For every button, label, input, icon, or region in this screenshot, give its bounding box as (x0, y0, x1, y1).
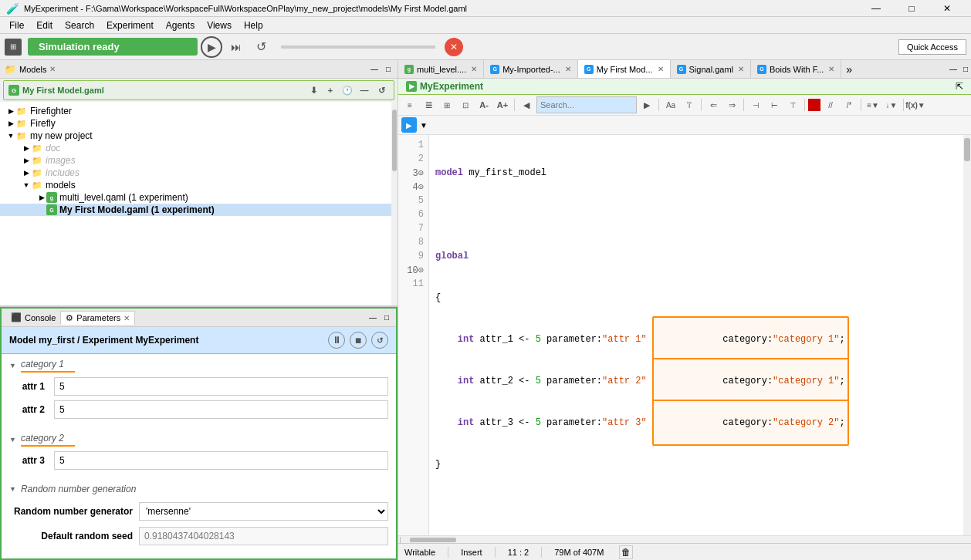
seed-input[interactable] (139, 527, 388, 545)
arrow-left-btn[interactable]: ⇐ (705, 96, 722, 113)
attr2-input[interactable] (54, 400, 388, 419)
tree-item-firefly[interactable]: ▶ 📁 Firefly (0, 117, 398, 130)
params-tab-close[interactable]: ✕ (123, 314, 130, 322)
menu-experiment[interactable]: Experiment (100, 19, 160, 32)
menu-file[interactable]: File (3, 19, 30, 32)
tree-item-my-new-project[interactable]: ▼ 📁 my new project (0, 130, 398, 142)
category2-header[interactable]: ▼ category 2 (9, 433, 388, 447)
tree-arrow[interactable]: ▼ (22, 181, 31, 189)
rng-select[interactable]: 'mersenne' (139, 502, 388, 521)
quick-access-button[interactable]: Quick Access (898, 39, 966, 55)
line-num-4[interactable]: 4⊙ (398, 180, 428, 194)
arrow-right-btn[interactable]: ⇒ (723, 96, 740, 113)
tree-arrow[interactable]: ▶ (6, 107, 15, 115)
clock-icon[interactable]: 🕐 (340, 83, 355, 98)
tree-arrow[interactable]: ▼ (6, 132, 15, 140)
list-btn-4[interactable]: ⊡ (457, 96, 474, 113)
forward-btn[interactable]: ▶ (638, 96, 655, 113)
maximize-panel-icon[interactable]: □ (384, 64, 393, 74)
back-btn[interactable]: ◀ (518, 96, 535, 113)
tree-arrow[interactable]: ▶ (37, 194, 46, 201)
tree-item-images[interactable]: ▶ 📁 images (0, 154, 398, 167)
random-header[interactable]: ▼ Random number generation (9, 484, 388, 494)
models-tab[interactable]: 📁 Models ✕ (5, 64, 56, 75)
tree-item-doc[interactable]: ▶ 📁 doc (0, 142, 398, 154)
tree-item-models[interactable]: ▼ 📁 models (0, 179, 398, 191)
exp-expand-icon[interactable]: ⇱ (956, 81, 963, 92)
add-icon[interactable]: + (323, 83, 338, 98)
indent-btn-3[interactable]: ⊤ (784, 96, 801, 113)
list-btn-1[interactable]: ≡ (401, 96, 418, 113)
indent-btn-1[interactable]: ⊣ (747, 96, 764, 113)
menu-agents[interactable]: Agents (160, 19, 201, 32)
format-list-btn[interactable]: ≡▼ (864, 96, 881, 113)
reload-button[interactable]: ↺ (250, 36, 272, 58)
play-button[interactable]: ▶ (201, 36, 222, 58)
editor-max-icon[interactable]: □ (960, 65, 971, 73)
console-tab[interactable]: ⬛ Console (6, 311, 60, 324)
maximize-button[interactable]: □ (894, 0, 929, 17)
code-editor[interactable]: model my_first_model global { int attr_1… (429, 135, 963, 535)
stop-button[interactable]: ✕ (445, 38, 463, 56)
line-num-3[interactable]: 3⊙ (398, 166, 428, 180)
block-comment-btn[interactable]: /* (841, 96, 858, 113)
menu-edit[interactable]: Edit (30, 19, 59, 32)
tab-close-icon[interactable]: ✕ (738, 65, 744, 73)
list-btn-3[interactable]: ⊞ (438, 96, 455, 113)
aa-btn[interactable]: Aa (662, 96, 679, 113)
tree-item-firefighter[interactable]: ▶ 📁 Firefighter (0, 105, 398, 117)
line-num-10[interactable]: 10⊙ (398, 263, 428, 277)
models-tab-close[interactable]: ✕ (49, 65, 56, 73)
maximize-params-icon[interactable]: □ (382, 312, 391, 322)
tab-imported[interactable]: G My-Imported-... ✕ (484, 60, 578, 78)
tree-arrow[interactable]: ▶ (22, 144, 31, 152)
comment-btn[interactable]: // (822, 96, 839, 113)
tab-signal[interactable]: G Signal.gaml ✕ (671, 60, 751, 78)
pause-icon[interactable]: ⏸ (328, 332, 345, 349)
tab-overflow-button[interactable]: » (841, 60, 857, 78)
step-button[interactable]: ⏭ (225, 36, 247, 58)
tree-scrollbar-thumb[interactable] (392, 110, 397, 171)
reload-run-icon[interactable]: ↺ (371, 332, 388, 349)
editor-min-icon[interactable]: — (946, 65, 960, 73)
tab-multilevel[interactable]: g multi_level.... ✕ (398, 60, 484, 78)
function-btn[interactable]: f(x)▼ (907, 96, 924, 113)
menu-search[interactable]: Search (59, 19, 100, 32)
insert-btn[interactable]: ↓▼ (883, 96, 900, 113)
editor-scrollbar-thumb[interactable] (964, 138, 970, 161)
search-input[interactable] (536, 96, 637, 113)
avatar-dropdown[interactable]: ▼ (420, 121, 428, 130)
tree-arrow[interactable]: ▶ (6, 120, 15, 127)
format-btn[interactable]: 'i' (681, 96, 698, 113)
editor-hscrollbar-thumb[interactable] (410, 538, 456, 542)
tab-close-icon[interactable]: ✕ (471, 65, 477, 73)
attr1-input[interactable] (54, 377, 388, 396)
editor-hscrollbar-track[interactable] (402, 538, 969, 542)
minimize-params-icon[interactable]: — (367, 312, 379, 322)
indent-btn-2[interactable]: ⊢ (766, 96, 783, 113)
menu-views[interactable]: Views (201, 19, 238, 32)
gc-button[interactable]: 🗑 (619, 545, 633, 559)
parameters-tab[interactable]: ⚙ Parameters ✕ (60, 311, 135, 325)
menu-help[interactable]: Help (238, 19, 269, 32)
minus-icon[interactable]: — (357, 83, 372, 98)
tree-arrow[interactable]: ▶ (22, 169, 31, 177)
tree-item-includes[interactable]: ▶ 📁 includes (0, 167, 398, 179)
refresh-icon[interactable]: ↺ (374, 83, 389, 98)
tree-item-multilevel[interactable]: ▶ g multi_level.qaml (1 experiment) (0, 191, 398, 204)
category1-header[interactable]: ▼ category 1 (9, 359, 388, 373)
tree-scrollbar[interactable] (391, 102, 398, 305)
download-icon[interactable]: ⬇ (306, 83, 321, 98)
close-button[interactable]: ✕ (929, 0, 965, 17)
tab-boids[interactable]: G Boids With F... ✕ (751, 60, 841, 78)
minimize-panel-icon[interactable]: — (368, 64, 381, 74)
tab-close-icon[interactable]: ✕ (565, 65, 571, 73)
attr3-input[interactable] (54, 451, 388, 470)
tree-arrow[interactable]: ▶ (22, 157, 31, 164)
color-picker[interactable] (808, 99, 820, 111)
tree-item-my-first-model[interactable]: G My First Model.gaml (1 experiment) (0, 204, 398, 216)
editor-vscrollbar[interactable] (963, 135, 971, 535)
list-btn-2[interactable]: ☰ (420, 96, 437, 113)
tab-close-icon[interactable]: ✕ (658, 65, 664, 73)
tab-my-first-model[interactable]: G My First Mod... ✕ (578, 60, 671, 78)
